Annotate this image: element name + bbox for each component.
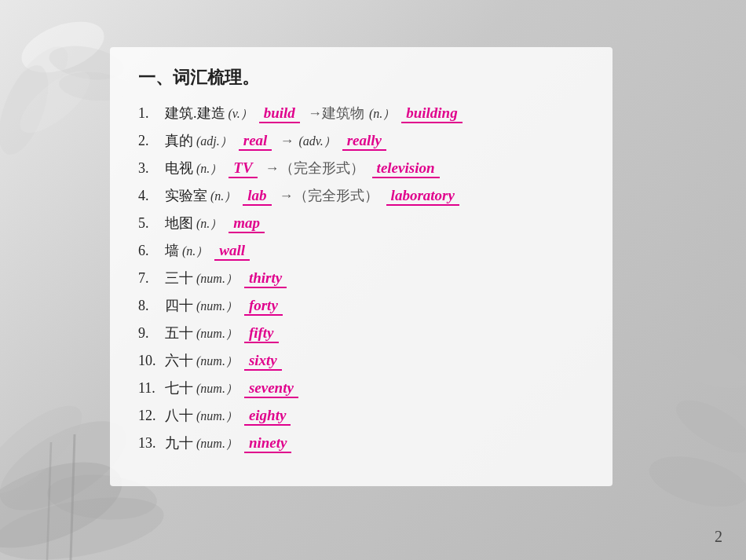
pos-tag-2: (adv.） [298, 134, 335, 150]
chinese-text: 真的 [165, 131, 193, 150]
answer-word-2: really [342, 132, 386, 151]
item-number: 8. [138, 298, 163, 314]
chinese-text: 电视 [165, 159, 193, 178]
list-item: 2. 真的 (adj.） real → (adv.） really [138, 131, 584, 151]
answer-word-2: building [401, 104, 462, 123]
chinese-text: 地图 [165, 214, 193, 232]
vocab-list: 1. 建筑.建造 (v.） build →建筑物 (n.） building 2… [138, 104, 584, 453]
item-number: 6. [138, 243, 163, 259]
chinese-text: 九十 [165, 434, 193, 452]
answer-word: real [239, 132, 272, 151]
list-item: 7. 三十 (num.） thirty [138, 269, 584, 288]
chinese-text: 建筑.建造 [165, 104, 225, 123]
pos-tag: (num.） [196, 408, 238, 425]
pos-tag: (v.） [229, 106, 253, 123]
item-number: 9. [138, 325, 163, 342]
answer-word-2: television [372, 159, 440, 178]
page-number: 2 [715, 528, 722, 546]
chinese-text: 三十 [165, 269, 193, 287]
pos-tag: (num.） [196, 353, 238, 370]
chinese-text: 八十 [165, 406, 193, 425]
answer-word: thirty [244, 269, 287, 288]
answer-word: ninety [244, 434, 292, 453]
list-item: 9. 五十 (num.） fifty [138, 324, 584, 343]
content-panel: 一、词汇梳理。 1. 建筑.建造 (v.） build →建筑物 (n.） bu… [110, 47, 613, 486]
chinese-text: 七十 [165, 379, 193, 397]
answer-word: seventy [244, 379, 298, 398]
pos-tag: (num.） [196, 436, 238, 452]
list-item: 3. 电视 (n.） TV →（完全形式） television [138, 159, 584, 178]
chinese-text: 六十 [165, 351, 193, 370]
answer-word: build [259, 104, 300, 123]
list-item: 11. 七十 (num.） seventy [138, 379, 584, 398]
item-number: 10. [138, 353, 163, 369]
item-number: 13. [138, 435, 163, 452]
chinese-text: 五十 [165, 324, 193, 342]
pos-tag: (n.） [210, 188, 236, 205]
list-item: 12. 八十 (num.） eighty [138, 406, 584, 426]
pos-tag: (num.） [196, 381, 238, 397]
pos-tag: (n.） [196, 161, 222, 178]
list-item: 6. 墙 (n.） wall [138, 241, 584, 261]
item-number: 1. [138, 105, 163, 122]
arrow: → [280, 133, 294, 149]
answer-word: forty [244, 297, 283, 316]
arrow: →（完全形式） [265, 159, 364, 178]
answer-word: TV [229, 159, 257, 178]
answer-word: sixty [244, 352, 282, 371]
item-number: 11. [138, 380, 163, 397]
answer-word: map [229, 214, 265, 233]
answer-word: fifty [244, 324, 279, 343]
item-number: 5. [138, 215, 163, 232]
item-number: 7. [138, 270, 163, 287]
answer-word: wall [214, 242, 250, 261]
section-title: 一、词汇梳理。 [138, 66, 584, 90]
arrow: →（完全形式） [280, 186, 378, 205]
arrow: →建筑物 [308, 104, 364, 123]
chinese-text: 墙 [165, 241, 179, 260]
list-item: 10. 六十 (num.） sixty [138, 351, 584, 371]
pos-tag: (n.） [182, 243, 208, 260]
pos-tag: (num.） [196, 271, 238, 287]
pos-tag: (n.） [196, 216, 222, 232]
list-item: 5. 地图 (n.） map [138, 214, 584, 233]
list-item: 13. 九十 (num.） ninety [138, 434, 584, 453]
answer-word: eighty [244, 407, 291, 426]
answer-word-2: laboratory [386, 187, 459, 206]
list-item: 1. 建筑.建造 (v.） build →建筑物 (n.） building [138, 104, 584, 123]
pos-tag-2: (n.） [369, 106, 395, 123]
item-number: 12. [138, 408, 163, 424]
pos-tag: (num.） [196, 326, 238, 342]
list-item: 4. 实验室 (n.） lab →（完全形式） laboratory [138, 186, 584, 206]
item-number: 3. [138, 160, 163, 177]
chinese-text: 四十 [165, 296, 193, 315]
pos-tag: (num.） [196, 298, 238, 315]
list-item: 8. 四十 (num.） forty [138, 296, 584, 316]
pos-tag: (adj.） [196, 134, 232, 150]
item-number: 2. [138, 133, 163, 149]
chinese-text: 实验室 [165, 186, 207, 205]
answer-word: lab [243, 187, 271, 206]
item-number: 4. [138, 188, 163, 204]
